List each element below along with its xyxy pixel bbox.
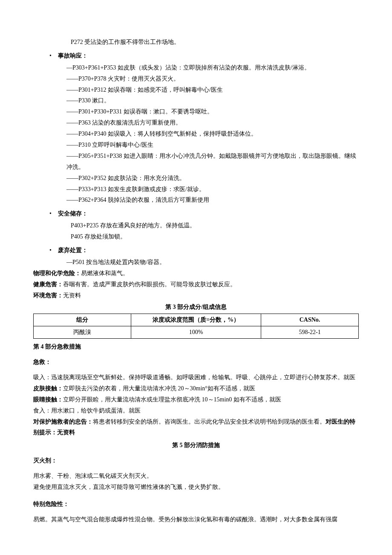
incident-line: ——P301+P312 如误吞咽：如感觉不适，呼叫解毒中心/医生 <box>66 84 359 96</box>
extinguisher-line-2: 避免使用直流水灭火，直流水可能导致可燃性液体的飞溅，使火势扩散。 <box>33 482 359 493</box>
first-aid-label: 急救： <box>33 357 359 368</box>
table-header-row: 组分 浓度或浓度范围（质=分数，%） CASNo. <box>34 314 359 326</box>
col-cas: CASNo. <box>261 314 359 326</box>
health-hazard-line: 健康危害：吞咽有害。造成严重皮肤灼伤和眼损伤。可能导致皮肤过敏反应。 <box>33 279 359 290</box>
section-3-heading: 第 3 部分成分/组成信息 <box>33 302 359 313</box>
incident-line: ——P370+P378 火灾时：使用灭火器灭火。 <box>66 73 359 84</box>
incident-line: ——P362+P364 脱掉沾染的衣服，清洗后方可重新使用 <box>66 195 359 206</box>
health-hazard-label: 健康危害： <box>33 281 63 288</box>
ingest-line: 食入：用水漱口，给饮牛奶或蛋清。就医 <box>33 405 359 416</box>
disposal-title: 废弃处置： <box>58 245 88 256</box>
rescuer-advice-label: 对保护施救者的忠告： <box>33 418 93 425</box>
incident-line: ——P305+P351+P338 如进入眼睛：用水小心冲洗几分钟。如戴隐形眼镜并… <box>66 151 359 173</box>
inhale-line: 吸入：迅速脱离现场至空气新鲜处。保持呼吸道通畅。如呼吸困难，给输氧。呼吸、心跳停… <box>33 372 359 383</box>
physical-hazard-value: 易燃液体和蒸气。 <box>81 270 129 276</box>
eye-contact-label: 眼睛接触： <box>33 396 63 403</box>
incident-response-header: • 事故响应： <box>49 50 359 61</box>
special-danger-value: 易燃。其蒸气与空气混合能形成爆炸性混合物。受热分解放出溴化氢和有毒的碳酰浪。遇潮… <box>33 514 359 525</box>
bullet-dot-icon: • <box>49 245 58 256</box>
table-row: 丙酰溴 100% 598-22-1 <box>34 326 359 339</box>
disposal-line: —P501 按当地法规处置内装物/容器。 <box>66 257 359 268</box>
col-concentration: 浓度或浓度范围（质=分数，%） <box>131 314 261 326</box>
extinguisher-line-1: 用水雾、干粉、泡沫或二氧化碳灭火剂灭火。 <box>33 471 359 482</box>
bullet-dot-icon: • <box>49 208 58 219</box>
skin-contact-value: 立即脱去污染的衣着，用大量流动清水冲洗 20～30min°如有不适感，就医 <box>63 385 255 392</box>
special-danger-label: 特别危险性： <box>33 499 359 510</box>
incident-line: ——P310 立即呼叫解毒中心/医生 <box>66 139 359 151</box>
extinguisher-label: 灭火剂： <box>33 455 359 466</box>
p272-line: P272 受沾染的工作服不得带出工作场地。 <box>71 37 359 48</box>
eye-contact-value: 立即分开眼睑，用大量流动清水或生理盐水彻底冲洗 10～15min0 如有不适感，… <box>63 396 281 403</box>
cell-component: 丙酰溴 <box>34 326 131 339</box>
incident-line: ——P304+P340 如误吸入：将人转移到空气新鲜处，保持呼吸舒适体位。 <box>66 128 359 139</box>
rescuer-advice-line: 对保护施救者的忠告：将患者转移到安全的场所。咨询医生。出示此化学品安全技术说明书… <box>33 416 359 439</box>
incident-line: ——P301+P330+P331 如误吞咽：漱口。不要诱导呕吐。 <box>66 106 359 117</box>
storage-line: P403+P235 存放在通风良好的地方。保持低温。 <box>71 220 359 231</box>
eye-contact-line: 眼睛接触：立即分开眼睑，用大量流动清水或生理盐水彻底冲洗 10～15min0 如… <box>33 394 359 405</box>
rescuer-advice-value: 将患者转移到安全的场所。咨询医生。出示此化学品安全技术说明书给到现场的医生看。 <box>93 418 326 425</box>
env-hazard-value: 无资料 <box>63 292 81 299</box>
disposal-header: • 废弃处置： <box>49 245 359 256</box>
incident-line: ——P330 漱口。 <box>66 95 359 106</box>
env-hazard-label: 环境危害： <box>33 292 63 299</box>
skin-contact-label: 皮肤接触： <box>33 385 63 392</box>
section-5-heading: 第 5 部分消防措施 <box>33 440 359 451</box>
col-component: 组分 <box>34 314 131 326</box>
composition-table: 组分 浓度或浓度范围（质=分数，%） CASNo. 丙酰溴 100% 598-2… <box>33 314 359 339</box>
storage-header: • 安全储存： <box>49 208 359 219</box>
physical-hazard-label: 物理和化学危险： <box>33 270 81 276</box>
cell-concentration: 100% <box>131 326 261 339</box>
health-hazard-value: 吞咽有害。造成严重皮肤灼伤和眼损伤。可能导致皮肤过敏反应。 <box>63 281 236 288</box>
incident-line: ——P333+P313 如发生皮肤刺激或皮疹：求医/就诊。 <box>66 184 359 195</box>
bullet-dot-icon: • <box>49 50 58 61</box>
skin-contact-line: 皮肤接触：立即脱去污染的衣着，用大量流动清水冲洗 20～30min°如有不适感，… <box>33 383 359 394</box>
incident-line: —P303+P361+P353 如皮肤（或头发）沾染：立即脱掉所有沾染的衣服。用… <box>66 62 359 73</box>
env-hazard-line: 环境危害：无资料 <box>33 290 359 301</box>
incident-line: ——P363 沾染的衣服清洗后方可重新使用。 <box>66 117 359 128</box>
incident-response-title: 事故响应： <box>58 50 88 61</box>
incident-line: ——P302+P352 如皮肤沾染：用水充分清洗。 <box>66 173 359 184</box>
storage-title: 安全储存： <box>58 208 88 219</box>
cell-cas: 598-22-1 <box>261 326 359 339</box>
physical-hazard-line: 物理和化学危险：易燃液体和蒸气。 <box>33 268 359 279</box>
storage-line: P405 存放处须加锁。 <box>71 231 359 242</box>
section-4-heading: 第 4 部分急救措施 <box>33 341 359 352</box>
